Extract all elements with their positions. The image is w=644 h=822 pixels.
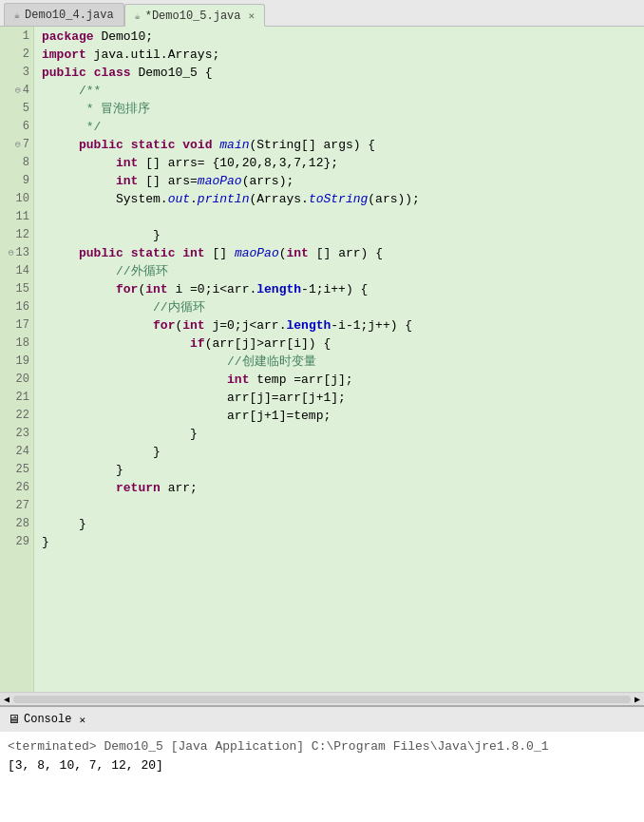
line-num-22: 22 — [4, 407, 29, 425]
console-terminated-line: <terminated> Demo10_5 [Java Application]… — [8, 737, 636, 756]
line-num-28: 28 — [4, 515, 29, 533]
code-editor: 1 2 3 4 5 6 7 8 9 10 11 12 13 14 15 16 1… — [0, 27, 644, 692]
code-line-5: * 冒泡排序 — [42, 100, 644, 118]
line-num-14: 14 — [4, 262, 29, 280]
console-output-area: <terminated> Demo10_5 [Java Application]… — [0, 732, 644, 822]
line-num-9: 9 — [4, 172, 29, 190]
code-line-17: for(int j=0;j<arr.length-i-1;j++) { — [42, 316, 644, 335]
line-num-8: 8 — [4, 154, 29, 172]
code-line-1: package Demo10; — [42, 28, 644, 46]
code-line-11 — [42, 208, 644, 226]
line-num-24: 24 — [4, 443, 29, 461]
line-numbers: 1 2 3 4 5 6 7 8 9 10 11 12 13 14 15 16 1… — [0, 27, 34, 692]
code-line-22: arr[j+1]=temp; — [42, 407, 644, 425]
line-num-4: 4 — [4, 82, 29, 100]
code-line-20: int temp =arr[j]; — [42, 371, 644, 389]
tab-demo10-4[interactable]: ☕ Demo10_4.java — [4, 3, 124, 26]
code-line-2: import java.util.Arrays; — [42, 46, 644, 64]
code-line-28: } — [42, 515, 644, 533]
horizontal-scrollbar[interactable]: ◀ ▶ — [0, 692, 644, 705]
line-num-25: 25 — [4, 461, 29, 479]
line-num-2: 2 — [4, 46, 29, 64]
scroll-right-arrow[interactable]: ▶ — [635, 694, 640, 705]
line-num-16: 16 — [4, 298, 29, 316]
line-num-15: 15 — [4, 280, 29, 298]
code-line-27 — [42, 497, 644, 515]
line-num-12: 12 — [4, 226, 29, 244]
line-num-7: 7 — [4, 136, 29, 154]
code-line-18: if(arr[j]>arr[i]) { — [42, 335, 644, 353]
tab-label: Demo10_4.java — [25, 9, 114, 22]
tab-label-active: *Demo10_5.java — [145, 10, 241, 23]
code-line-3: public class Demo10_5 { — [42, 64, 644, 82]
console-header: 🖥 Console ✕ — [0, 705, 644, 732]
line-num-1: 1 — [4, 28, 29, 46]
line-num-3: 3 — [4, 64, 29, 82]
scroll-left-arrow[interactable]: ◀ — [4, 694, 9, 705]
line-num-26: 26 — [4, 479, 29, 497]
code-line-21: arr[j]=arr[j+1]; — [42, 389, 644, 407]
line-num-20: 20 — [4, 371, 29, 389]
code-content[interactable]: package Demo10; import java.util.Arrays;… — [34, 27, 644, 692]
line-num-13: 13 — [4, 244, 29, 262]
code-line-19: //创建临时变量 — [42, 353, 644, 371]
tab-close-button[interactable]: ✕ — [249, 10, 256, 22]
code-line-13: public static int [] maoPao(int [] arr) … — [42, 244, 644, 262]
console-output-line: [3, 8, 10, 7, 12, 20] — [8, 756, 636, 775]
line-num-19: 19 — [4, 353, 29, 371]
code-line-23: } — [42, 425, 644, 443]
line-num-23: 23 — [4, 425, 29, 443]
code-line-29: } — [42, 533, 644, 551]
console-close-icon[interactable]: ✕ — [79, 714, 85, 726]
tab-bar: ☕ Demo10_4.java ☕ *Demo10_5.java ✕ — [0, 0, 644, 27]
line-num-6: 6 — [4, 118, 29, 136]
code-line-10: System.out.println(Arrays.toString(ars))… — [42, 190, 644, 208]
line-num-18: 18 — [4, 335, 29, 353]
scrollbar-track[interactable] — [13, 696, 631, 703]
line-num-11: 11 — [4, 208, 29, 226]
code-line-24: } — [42, 443, 644, 461]
line-num-27: 27 — [4, 497, 29, 515]
code-line-26: return arr; — [42, 479, 644, 497]
line-num-21: 21 — [4, 389, 29, 407]
code-line-15: for(int i =0;i<arr.length-1;i++) { — [42, 280, 644, 298]
line-num-10: 10 — [4, 190, 29, 208]
code-line-7: public static void main(String[] args) { — [42, 136, 644, 154]
line-num-5: 5 — [4, 100, 29, 118]
console-monitor-icon: 🖥 — [8, 713, 20, 727]
code-line-6: */ — [42, 118, 644, 136]
console-label: Console — [24, 713, 71, 726]
code-line-14: //外循环 — [42, 262, 644, 280]
code-line-8: int [] arrs= {10,20,8,3,7,12}; — [42, 154, 644, 172]
code-line-12: } — [42, 226, 644, 244]
code-line-4: /** — [42, 82, 644, 100]
java-file-icon-2: ☕ — [135, 10, 141, 22]
line-num-17: 17 — [4, 316, 29, 335]
tab-demo10-5[interactable]: ☕ *Demo10_5.java ✕ — [124, 4, 265, 27]
code-line-25: } — [42, 461, 644, 479]
line-num-29: 29 — [4, 533, 29, 551]
code-line-16: //内循环 — [42, 298, 644, 316]
code-line-9: int [] ars=maoPao(arrs); — [42, 172, 644, 190]
java-file-icon: ☕ — [14, 10, 20, 21]
